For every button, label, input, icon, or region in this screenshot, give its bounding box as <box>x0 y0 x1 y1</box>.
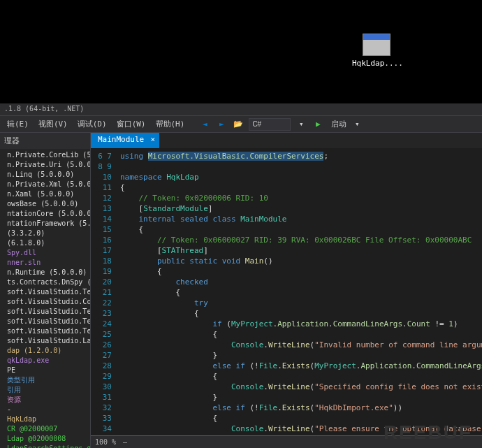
explorer-title: 理器 <box>0 133 90 149</box>
assembly-tree[interactable]: n.Private.CoreLib (5.0.0.0)n.Private.Uri… <box>0 149 90 448</box>
menu-window[interactable]: 窗口(W) <box>112 117 150 131</box>
nav-back-icon[interactable]: ◄ <box>198 118 211 131</box>
run-dropdown-icon[interactable]: ▾ <box>351 118 363 131</box>
tree-item[interactable]: soft.VisualStudio.Text.UI (15 <box>0 317 90 326</box>
open-folder-icon[interactable]: 📂 <box>232 118 244 131</box>
nav-forward-icon[interactable]: ► <box>215 118 228 131</box>
assembly-explorer: 理器 n.Private.CoreLib (5.0.0.0)n.Private.… <box>0 133 91 448</box>
ide-window: .1.8 (64-bit, .NET) 辑(E) 视图(V) 调试(D) 窗口(… <box>0 103 482 448</box>
tree-item[interactable]: HqkLdap <box>0 414 90 424</box>
dropdown-icon[interactable]: ▾ <box>295 118 307 131</box>
menu-bar: 辑(E) 视图(V) 调试(D) 窗口(W) 帮助(H) ◄ ► 📂 ▾ ▶ 启… <box>0 116 482 133</box>
tab-label: MainModule <box>98 135 144 144</box>
tree-item[interactable]: Ldap @02000008 <box>0 434 90 444</box>
tree-item[interactable]: nner.sln <box>0 258 90 268</box>
menu-view[interactable]: 视图(V) <box>34 117 72 131</box>
tree-item[interactable]: CR @02000007 <box>0 424 90 434</box>
title-bar: .1.8 (64-bit, .NET) <box>0 103 482 116</box>
line-gutter: 6 7 8 9 10 11 12 13 14 15 16 17 18 19 20… <box>91 148 117 435</box>
tab-mainmodule[interactable]: MainModule × <box>91 133 159 148</box>
tree-item[interactable]: owsBase (5.0.0.0) <box>0 199 90 209</box>
code-content[interactable]: using Microsoft.VisualBasic.CompilerServ… <box>117 148 482 435</box>
code-area[interactable]: 6 7 8 9 10 11 12 13 14 15 16 17 18 19 20… <box>91 148 482 435</box>
close-icon[interactable]: × <box>151 135 156 144</box>
menu-edit[interactable]: 辑(E) <box>3 117 33 131</box>
status-dash: – <box>123 438 127 446</box>
toolbar: ◄ ► 📂 ▾ ▶ 启动 ▾ <box>198 118 363 131</box>
tree-item[interactable]: 类型引用 <box>0 375 90 385</box>
tree-item[interactable]: ntationCore (5.0.0.0) <box>0 209 90 219</box>
tree-item[interactable]: dap (1.2.0.0) <box>0 346 90 356</box>
desktop-shortcut[interactable]: HqkLdap.... <box>352 34 401 68</box>
tree-item[interactable]: qkLdap.exe <box>0 356 90 366</box>
editor: MainModule × 6 7 8 9 10 11 12 13 14 15 1… <box>91 133 482 448</box>
desktop-icon-label: HqkLdap.... <box>352 59 401 68</box>
tree-item[interactable]: soft.VisualStudio.Language <box>0 336 90 346</box>
tree-item[interactable]: soft.VisualStudio.CoreUtility <box>0 297 90 307</box>
tree-item[interactable]: PE <box>0 366 90 375</box>
tree-item[interactable]: ts.Contracts.DnSpy (6.1.8.0) <box>0 277 90 287</box>
tree-item[interactable]: n.Private.Uri (5.0.0.0) <box>0 160 90 170</box>
tree-item[interactable]: (6.1.8.0) <box>0 238 90 248</box>
tree-item[interactable]: LdapSearchSettings @0C <box>0 444 90 448</box>
tree-item[interactable]: n.Runtime (5.0.0.0) <box>0 268 90 277</box>
tree-item[interactable]: - <box>0 405 90 414</box>
menu-help[interactable]: 帮助(H) <box>152 117 189 131</box>
tree-item[interactable]: n.Linq (5.0.0.0) <box>0 170 90 180</box>
menu-debug[interactable]: 调试(D) <box>73 117 111 131</box>
tree-item[interactable]: 引用 <box>0 385 90 395</box>
tree-item[interactable]: n.Private.CoreLib (5.0.0.0) <box>0 150 90 160</box>
tree-item[interactable]: soft.VisualStudio.Text.Logic <box>0 287 90 297</box>
tree-item[interactable]: n.Private.Xml (5.0.0.0) <box>0 180 90 189</box>
tree-item[interactable]: Spy.dll <box>0 248 90 258</box>
tree-item[interactable]: ntationFramework (5.0.0.0) <box>0 219 90 229</box>
tree-item[interactable]: soft.VisualStudio.Text.UI.Wp <box>0 326 90 336</box>
status-bar: 100 % – <box>91 435 482 448</box>
tree-item[interactable]: n.Xaml (5.0.0.0) <box>0 189 90 199</box>
tree-item[interactable]: 资源 <box>0 395 90 405</box>
run-label[interactable]: 启动 <box>331 119 346 129</box>
tree-item[interactable]: soft.VisualStudio.Text.Data <box>0 307 90 317</box>
run-icon[interactable]: ▶ <box>312 118 324 131</box>
window-icon <box>363 34 390 56</box>
tree-item[interactable]: (3.3.2.0) <box>0 229 90 238</box>
zoom-level[interactable]: 100 % <box>95 438 116 446</box>
editor-tabs: MainModule × <box>91 133 482 148</box>
language-selector[interactable] <box>249 118 291 131</box>
